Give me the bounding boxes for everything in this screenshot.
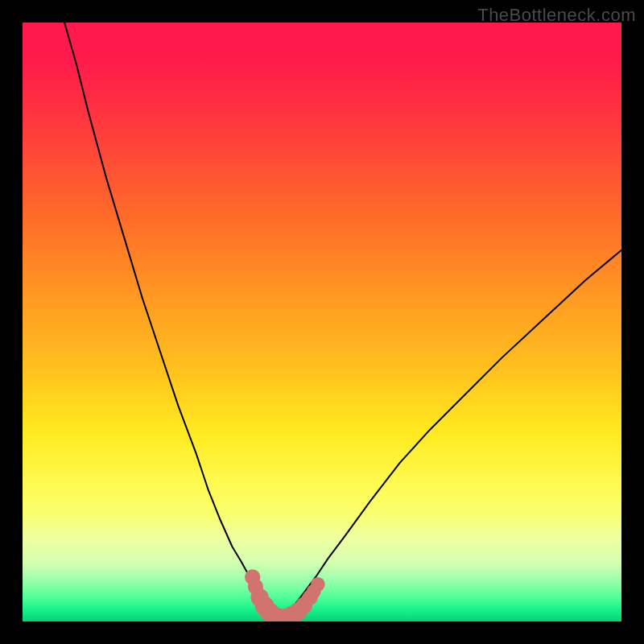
- marker-group: [245, 569, 325, 621]
- chart-container: TheBottleneck.com: [0, 0, 644, 644]
- curve-group: [64, 23, 621, 620]
- plot-area: [23, 23, 621, 621]
- watermark-text: TheBottleneck.com: [477, 5, 636, 26]
- marker-dot: [311, 577, 325, 592]
- chart-svg: [23, 23, 621, 621]
- curve-right-branch: [280, 250, 621, 620]
- curve-left-branch: [64, 23, 280, 620]
